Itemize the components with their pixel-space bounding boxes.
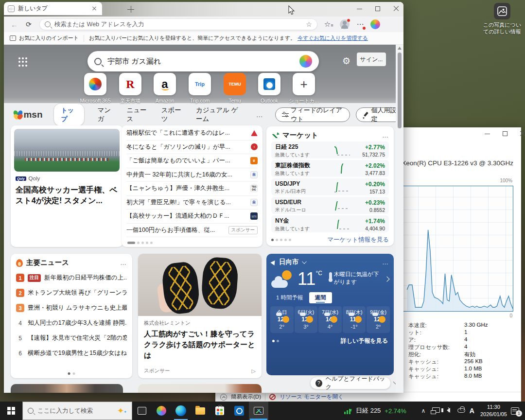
help-feedback-button[interactable]: ? ヘルプとフィードバック — [310, 377, 391, 389]
headline-row[interactable]: 中井貴一 32年前に共演した16歳の女...自 — [126, 168, 258, 182]
news-row[interactable]: 2 米トランプ大統領 再び「グリーンラ... — [16, 285, 127, 300]
news-row[interactable]: 3 豊洲・初競り ムラサキウニも史上最... — [16, 300, 127, 315]
forecast-day[interactable]: 6日(火) 13°3° — [295, 306, 318, 333]
taskmgr-maximize-button[interactable] — [497, 128, 513, 139]
partial-story-card[interactable] — [11, 384, 123, 393]
forecast-day[interactable]: 8日(木) 11°-1° — [343, 306, 366, 333]
start-button[interactable] — [0, 402, 22, 420]
forecast-day[interactable]: 今日 12°2° — [270, 306, 294, 333]
ad-choices-icon[interactable]: ▷ — [252, 368, 256, 374]
market-see-more-link[interactable]: マーケット情報を見る — [291, 236, 389, 244]
address-bar[interactable]: 検索または Web アドレスを入力 ☆ — [39, 18, 317, 30]
favorite-star-icon[interactable]: ☆ — [306, 20, 312, 28]
headline-row[interactable]: 箱根駅伝で「これに遭遇するのはレ... — [126, 126, 258, 140]
headline-row[interactable]: 「ご飯は簡単なものでいいよ」パー...♛ — [126, 154, 258, 168]
network-icon[interactable] — [431, 407, 441, 414]
tab-weekly-forecast[interactable]: 週間 — [309, 292, 332, 303]
taskbar-clock[interactable]: 11:30 2026/01/05 — [480, 403, 507, 418]
taskmgr-minimize-button[interactable] — [479, 128, 495, 139]
news-row[interactable]: 5 【速報】氷見市で住宅火災「2階の窓... — [16, 331, 127, 346]
shortcut-temu[interactable]: TEMU Temu — [218, 73, 252, 104]
chevron-right-icon[interactable] — [385, 276, 390, 281]
back-button[interactable]: ← — [11, 20, 18, 29]
more-menu-icon[interactable]: ⋯ — [356, 20, 364, 29]
forecast-day[interactable]: 7日(水) 14°4° — [318, 306, 342, 333]
weather-more-icon[interactable]: … — [308, 259, 389, 266]
shortcut-microsoft365[interactable]: Microsoft 365 — [78, 73, 112, 104]
market-row[interactable]: USD/JPY米ドル/日本円 +0.20%157.13 — [271, 178, 389, 195]
taskmgr-close-button[interactable] — [514, 128, 525, 139]
tray-stock-name[interactable]: 日経 225 — [356, 406, 381, 415]
browser-minimize-button[interactable] — [350, 2, 368, 16]
tray-expand-chevron-icon[interactable]: ∧ — [418, 407, 429, 414]
market-row[interactable]: 東証株価指数急騰しています +2.02%3,477.83 — [271, 160, 389, 177]
notification-center-icon[interactable]: 1 — [511, 407, 519, 415]
ime-indicator[interactable]: A — [470, 407, 474, 415]
volume-icon[interactable] — [443, 407, 454, 414]
task-view-button[interactable] — [132, 402, 152, 420]
copilot-icon[interactable] — [299, 55, 312, 68]
refresh-button[interactable]: ⟳ — [26, 20, 32, 28]
carousel-pagination[interactable] — [127, 242, 153, 244]
top-news-pagination[interactable] — [68, 372, 75, 375]
tray-stock-change[interactable]: +2.74% — [385, 407, 406, 415]
market-row[interactable]: NY金急騰しています +1.74%4,404.90 — [271, 215, 389, 232]
apps-grid-icon[interactable] — [18, 57, 28, 67]
browser-tab[interactable]: 新しいタブ — [4, 2, 102, 15]
manage-favorites-link[interactable]: 今すぐお気に入りを管理する — [298, 35, 368, 42]
sponsored-ad-card[interactable]: 株式会社レミントン 人工筋肉がすごい！膝を守ってラクラク歩ける話題のサポーターと… — [138, 254, 262, 378]
photo-info-desktop-icon[interactable]: この写真についての詳しい情報 — [481, 3, 523, 35]
nav-tab-manga[interactable]: マンガ — [97, 106, 114, 123]
favorites-hub-icon[interactable]: ☆≡ — [324, 20, 333, 29]
news-row[interactable]: 4 知人同士の17歳少年3人を逮捕 静岡... — [16, 315, 127, 331]
copilot-icon[interactable] — [370, 19, 380, 29]
scrollbar-thumb[interactable] — [398, 52, 402, 128]
story-card[interactable]: Qoly Qoly 全国高校サッカー選手権、ベスト4が決定! スタメン... — [11, 125, 123, 247]
browser-close-button[interactable] — [387, 2, 403, 16]
nav-more-icon[interactable]: … — [256, 111, 263, 119]
taskbar-task-manager[interactable] — [249, 402, 268, 420]
ad-headline[interactable]: 人工筋肉がすごい！膝を守ってラクラク歩ける話題のサポーターとは — [144, 329, 256, 360]
shortcut-amazon[interactable]: a Amazon — [148, 73, 182, 104]
nav-tab-news[interactable]: ニュース — [126, 106, 148, 123]
shortcut-rakuten[interactable]: R 楽天市場 — [113, 73, 147, 105]
market-pagination[interactable] — [271, 239, 291, 241]
taskbar-outlook[interactable] — [229, 402, 249, 420]
market-more-icon[interactable]: … — [382, 132, 389, 139]
weather-advisory[interactable]: 木曜日に気温が下がります — [334, 270, 384, 286]
scroll-up-arrow[interactable] — [398, 47, 402, 50]
nav-tab-sports[interactable]: スポーツ — [161, 106, 183, 123]
taskbar-search-box[interactable]: ここに入力して検索 ✦✦ — [22, 402, 132, 420]
tab-close-icon[interactable] — [90, 5, 98, 13]
onedrive-icon[interactable] — [456, 407, 467, 414]
detailed-forecast-link[interactable]: 詳しい予報を見る — [279, 337, 388, 345]
browser-maximize-button[interactable] — [368, 2, 387, 16]
market-row[interactable]: 日経 225急騰しています +2.77%51,732.75 — [271, 141, 389, 158]
partial-story-card[interactable] — [138, 384, 262, 393]
taskbar-copilot[interactable] — [152, 402, 171, 420]
forecast-day[interactable]: 9日(金) 12°2° — [367, 306, 390, 333]
nav-tab-casual-games[interactable]: カジュアル ゲーム — [196, 106, 242, 123]
shortcut-add[interactable]: + ショートカ... — [287, 73, 321, 105]
shortcut-tripcom[interactable]: Trip Trip.com — [183, 73, 217, 104]
shortcut-outlook[interactable]: Outlook — [252, 73, 286, 104]
story-headline[interactable]: 全国高校サッカー選手権、ベスト4が決定! スタメン... — [16, 185, 118, 207]
simple-view-button[interactable]: 簡易表示(D) — [231, 393, 261, 401]
nav-tab-top[interactable]: トップ — [53, 103, 85, 126]
weather-pagination[interactable] — [272, 340, 279, 342]
page-scrollbar[interactable] — [396, 45, 403, 393]
page-settings-gear-icon[interactable]: ⚙ — [342, 55, 350, 67]
market-row[interactable]: USD/EUR米ドル/ユーロ +0.23%0.8552 — [271, 197, 389, 214]
headline-row[interactable]: 【高校サッカー】流通経大柏のＤＦ...日刊 — [126, 210, 258, 224]
sign-in-button[interactable]: サイン... — [357, 52, 386, 66]
feed-layout-button[interactable]: フィードのレイアウト — [275, 107, 350, 122]
weather-location[interactable]: 日向市 — [279, 258, 299, 266]
tab-hourly-forecast[interactable]: 1 時間予報 — [270, 292, 309, 303]
top-news-more-icon[interactable]: … — [120, 259, 127, 266]
news-row[interactable]: 1 注目 新年最初の日経平均株価の上... — [16, 270, 127, 285]
favorites-import-button[interactable]: お気に入りのインポート — [19, 35, 79, 42]
headline-row[interactable]: 冬になると「ガソリンの減り」が早...‹ — [126, 140, 258, 155]
headline-row[interactable]: 【ニャンちゅう】声優・津久井教生...TBSDIG — [126, 182, 258, 196]
open-resource-monitor-link[interactable]: リソース モニターを開く — [280, 393, 344, 401]
headline-row[interactable]: 初大河「豊臣兄弟!」で寧々を演じる...自 — [126, 196, 258, 210]
